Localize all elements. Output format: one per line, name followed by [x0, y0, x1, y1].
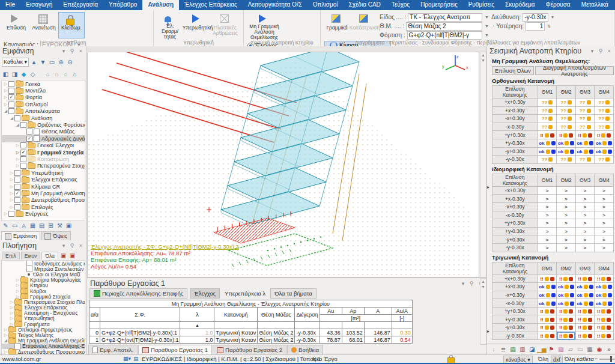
status-cell[interactable]: >	[557, 186, 576, 195]
panel-controls[interactable]: ▾ ⚲ ×	[591, 48, 613, 54]
menu-tab-9[interactable]: Τεύχος	[386, 0, 415, 10]
collapsed-icon[interactable]: ▷	[3, 95, 8, 100]
direction-button[interactable]: +y-0.30x	[492, 227, 538, 235]
list-view-icon[interactable]: ▤	[133, 356, 139, 362]
direction-button[interactable]: -y-0.30x	[492, 332, 538, 340]
direction-button[interactable]: -x-0.30y	[492, 123, 538, 131]
zoom-out-button[interactable]: −	[595, 356, 598, 362]
direction-button[interactable]: +x+0.30y	[492, 186, 538, 195]
table-row[interactable]: 0G+φ2·Q+(nlf|Τ|ΘΜ2|-y-0.30x):11.0Τριγωνι…	[89, 329, 413, 336]
menu-tab-8[interactable]: Σχέδια CAD	[343, 0, 386, 10]
zoom-slider[interactable]	[599, 359, 615, 360]
chart-icon[interactable]: ◪	[529, 345, 536, 353]
collapsed-icon[interactable]: ▷	[15, 150, 20, 155]
tree-checkbox[interactable]	[14, 170, 20, 176]
collapsed-icon[interactable]: ▷	[15, 278, 20, 282]
down-arrow-icon[interactable]: ▼	[39, 58, 47, 66]
filter-cell[interactable]	[342, 322, 364, 329]
menu-tab-analysi[interactable]: Ανάλυση	[142, 0, 179, 10]
edit-icon[interactable]: ✎	[2, 222, 10, 229]
menu-tab-5[interactable]: Έλεγχος Επάρκειας	[179, 0, 243, 10]
tree-checkbox[interactable]: ✓	[14, 190, 20, 196]
collapsed-icon[interactable]: ▷	[15, 157, 20, 162]
status-cell[interactable]: >	[575, 219, 595, 228]
view-solid-icon[interactable]: ◆	[20, 70, 28, 78]
tree-checkbox[interactable]	[20, 163, 26, 169]
status-cell[interactable]: ok	[557, 291, 576, 299]
canvas-vertical-scrollbar[interactable]: ▲▼	[480, 52, 486, 278]
nav-tab-Όλα[interactable]: Όλα	[41, 252, 58, 259]
column-header[interactable]: Ap	[342, 308, 364, 315]
status-cell[interactable]: !!	[557, 131, 576, 139]
status-cell[interactable]: >	[575, 243, 595, 252]
tree-item[interactable]: ▷Κοιτόστρωση	[2, 156, 85, 162]
collapsed-icon[interactable]: ▷	[3, 350, 8, 354]
check-button[interactable]: Έλεγχος	[190, 288, 220, 299]
mesh-icon[interactable]: ◬	[20, 222, 28, 229]
solve-all-button[interactable]: Επίλυση Όλων	[492, 66, 534, 75]
status-cell[interactable]: ??	[538, 106, 557, 115]
field-value[interactable]: 1	[526, 22, 545, 31]
field-value[interactable]: ΤΚ - Έλεγχος Ανατροπ	[408, 13, 482, 22]
expand-all-icon[interactable]: ▣	[59, 252, 67, 259]
zoom-in-icon[interactable]: ⊕	[57, 58, 65, 66]
tree-checkbox[interactable]	[20, 142, 26, 148]
status-cell[interactable]: !!	[575, 332, 595, 340]
expanded-icon[interactable]: ◢	[3, 338, 8, 343]
collapsed-icon[interactable]: ▷	[9, 177, 14, 182]
status-cell[interactable]: !!	[538, 275, 557, 283]
column-header[interactable]: Θέση Μάζας	[258, 308, 295, 322]
export-green-icon[interactable]: ▤	[509, 345, 517, 353]
blank-doc-icon[interactable]: ▭	[577, 345, 584, 353]
status-cell[interactable]: ??	[595, 115, 614, 123]
status-cell[interactable]: ok	[538, 291, 557, 299]
status-cell[interactable]: >	[538, 219, 557, 228]
status-cell[interactable]: >	[595, 227, 614, 235]
flag-icon[interactable]: ⚑	[548, 345, 555, 353]
status-cell[interactable]: !!	[557, 275, 576, 283]
tree-item[interactable]: Θέσεις Μάζας	[2, 129, 85, 135]
collapsed-icon[interactable]: ▷	[15, 289, 20, 294]
status-cell[interactable]: ??	[538, 156, 557, 164]
status-cell[interactable]: !!	[575, 324, 595, 332]
tree-checkbox[interactable]	[14, 204, 20, 210]
workspace-vertical-scrollbar[interactable]: ▲▼	[480, 278, 486, 345]
direction-button[interactable]: -x-0.30y	[492, 211, 538, 219]
column-header[interactable]: α/α	[89, 308, 100, 322]
tree-checkbox[interactable]	[8, 88, 14, 94]
table-row[interactable]: 1G+φ2·Q+(ovt|Τ|ΘΜ2|-y-0.30x):11.0Τριγωνι…	[89, 336, 413, 344]
status-cell[interactable]: ok	[595, 299, 614, 308]
status-cell[interactable]: ok	[538, 147, 557, 156]
status-cell[interactable]: ok	[595, 283, 614, 291]
direction-button[interactable]: -y+0.30x	[492, 235, 538, 244]
collapsed-icon[interactable]: ▷	[9, 316, 14, 321]
direction-button[interactable]: +x-0.30y	[492, 106, 538, 115]
direction-button[interactable]: -y-0.30x	[492, 243, 538, 252]
view-wire-icon[interactable]: ◇	[29, 70, 37, 78]
panel-controls[interactable]: ▾ ⚲ ×	[62, 243, 84, 249]
panel-controls[interactable]: ▾ ⚲ ×	[62, 48, 84, 54]
status-cell[interactable]: >	[557, 211, 576, 219]
status-cell[interactable]: ??	[575, 99, 595, 107]
layers-icon[interactable]: ▤	[38, 222, 46, 229]
status-cell[interactable]: >	[538, 235, 557, 244]
status-cell[interactable]: ??	[557, 106, 576, 115]
collapsed-icon[interactable]: ▷	[9, 205, 14, 210]
status-cell[interactable]: ??	[595, 106, 614, 115]
status-cell[interactable]: ok	[595, 139, 614, 147]
color-wheel-icon[interactable]: ◉	[596, 345, 603, 353]
more-icon[interactable]: »	[605, 345, 613, 353]
status-cell[interactable]: >	[557, 235, 576, 244]
status-cell[interactable]: ok	[557, 139, 576, 147]
status-cell[interactable]: >	[595, 202, 614, 211]
direction-button[interactable]: -x-0.30y	[492, 299, 538, 308]
nonlinear-foundation-button[interactable]: Μη Γραμμική Ανάλυση Θεμελίωσης	[247, 12, 282, 38]
tree-checkbox[interactable]	[14, 115, 20, 121]
menu-tab-7[interactable]: Οπλισμοί	[308, 0, 344, 10]
status-cell[interactable]: !!	[557, 315, 576, 324]
table-view-icon[interactable]: ▦▾	[123, 356, 131, 362]
tree-item[interactable]: ◢Ανάλυση	[2, 115, 85, 121]
swatch-icon[interactable]: ▣	[65, 222, 73, 229]
collapsed-icon[interactable]: ▷	[9, 171, 14, 175]
status-cell[interactable]: !!	[595, 275, 614, 283]
